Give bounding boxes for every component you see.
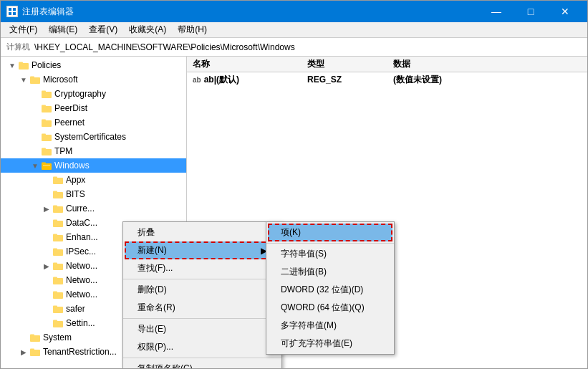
tree-item-label: Cryptography <box>54 89 106 99</box>
tree-item-cryptography[interactable]: Cryptography <box>1 87 186 101</box>
ctx-new[interactable]: 新建(N) ▶ <box>125 241 280 259</box>
tree-item-label: Netwo... <box>66 261 97 271</box>
tree-item-label: Netwo... <box>66 275 97 285</box>
tree-item-windows[interactable]: ▼ Windows <box>1 158 186 173</box>
svg-rect-4 <box>13 12 16 15</box>
folder-icon <box>41 88 52 100</box>
tree-item-bits[interactable]: BITS <box>1 187 186 201</box>
menu-favorites[interactable]: 收藏夹(A) <box>123 22 172 37</box>
expand-icon <box>29 117 41 128</box>
folder-icon <box>52 217 64 229</box>
expand-icon: ▼ <box>29 160 41 171</box>
value-icon: ab <box>193 76 201 84</box>
svg-rect-14 <box>42 120 46 122</box>
tree-item-microsoft[interactable]: ▼ Microsoft <box>1 72 186 87</box>
tree-item-peerdist[interactable]: PeerDist <box>1 101 186 115</box>
maximize-button[interactable]: □ <box>514 1 547 22</box>
col-header-name[interactable]: 名称 <box>190 58 304 70</box>
close-button[interactable]: ✕ <box>549 1 582 22</box>
title-controls: — □ ✕ <box>480 1 582 22</box>
folder-icon <box>29 332 41 343</box>
folder-icon <box>41 145 52 157</box>
svg-rect-25 <box>53 191 57 193</box>
submenu-expandstring[interactable]: 可扩充字符串值(E) <box>266 335 394 353</box>
menu-file[interactable]: 文件(F) <box>4 22 43 37</box>
address-bar: 计算机 \HKEY_LOCAL_MACHINE\SOFTWARE\Policie… <box>1 38 587 57</box>
tree-item-label: IPSec... <box>66 246 96 257</box>
svg-rect-45 <box>30 335 34 337</box>
menu-help[interactable]: 帮助(H) <box>172 22 213 37</box>
folder-icon <box>52 203 64 214</box>
detail-row[interactable]: ab ab|(默认) REG_SZ (数值未设置) <box>187 72 587 87</box>
expand-icon: ▼ <box>6 59 18 71</box>
ctx-copy-key-name[interactable]: 复制项名称(C) <box>123 360 281 368</box>
tree-item-label: Peernet <box>54 118 85 128</box>
svg-rect-43 <box>53 320 57 322</box>
folder-icon <box>52 174 64 186</box>
ctx-permissions[interactable]: 权限(P)... <box>123 338 281 356</box>
tree-item-peernet[interactable]: Peernet <box>1 115 186 130</box>
expand-icon: ▶ <box>41 203 52 214</box>
expand-icon: ▶ <box>18 346 29 358</box>
menu-bar: 文件(F) 编辑(E) 查看(V) 收藏夹(A) 帮助(H) <box>1 22 587 38</box>
svg-rect-16 <box>42 134 46 136</box>
svg-rect-31 <box>53 234 57 236</box>
folder-icon <box>52 260 64 272</box>
tree-item-label: DataC... <box>66 218 97 228</box>
ctx-export[interactable]: 导出(E) <box>123 320 281 338</box>
ctx-rename[interactable]: 重命名(R) <box>123 299 281 317</box>
svg-rect-41 <box>53 306 57 308</box>
submenu-qword[interactable]: QWORD (64 位值)(Q) <box>266 299 394 317</box>
new-submenu: 项(K) 字符串值(S) 二进制值(B) DWORD (32 位值)(D) QW… <box>266 221 395 355</box>
expand-icon <box>29 145 41 157</box>
svg-rect-6 <box>19 62 23 64</box>
svg-rect-12 <box>42 105 46 107</box>
folder-icon <box>52 231 64 243</box>
col-header-type[interactable]: 类型 <box>304 58 390 70</box>
tree-item-systemcertificates[interactable]: SystemCertificates <box>1 130 186 144</box>
tree-item-label: Policies <box>32 60 61 70</box>
tree-item-label: Settin... <box>66 318 95 328</box>
svg-rect-10 <box>42 91 46 93</box>
submenu-binary[interactable]: 二进制值(B) <box>266 263 394 281</box>
tree-item-currentversion[interactable]: ▶ Curre... <box>1 201 186 216</box>
folder-icon <box>52 289 64 300</box>
folder-icon <box>52 188 64 200</box>
address-path: \HKEY_LOCAL_MACHINE\SOFTWARE\Policies\Mi… <box>34 42 295 52</box>
expand-icon <box>41 317 52 329</box>
folder-icon <box>41 102 52 114</box>
submenu-string[interactable]: 字符串值(S) <box>266 245 394 263</box>
folder-icon <box>29 346 41 358</box>
tree-item-tpm[interactable]: TPM <box>1 144 186 158</box>
ctx-new-label: 新建(N) <box>138 244 167 257</box>
svg-rect-27 <box>53 206 57 208</box>
folder-icon-open <box>41 160 52 171</box>
tree-item-policies[interactable]: ▼ Policies <box>1 58 186 72</box>
title-bar: 注册表编辑器 — □ ✕ <box>1 1 587 22</box>
menu-edit[interactable]: 编辑(E) <box>43 22 83 37</box>
submenu-key[interactable]: 项(K) <box>268 224 392 241</box>
expand-icon <box>29 131 41 143</box>
tree-item-label: BITS <box>66 189 85 199</box>
ctx-find[interactable]: 查找(F)... <box>123 259 281 277</box>
tree-item-label: Appx <box>66 175 85 185</box>
svg-rect-3 <box>9 12 11 15</box>
svg-rect-35 <box>53 263 57 265</box>
menu-view[interactable]: 查看(V) <box>83 22 123 37</box>
folder-icon <box>41 117 52 128</box>
svg-rect-1 <box>9 8 11 11</box>
tree-item-appx[interactable]: Appx <box>1 173 186 187</box>
ctx-collapse[interactable]: 折叠 <box>123 224 281 241</box>
folder-icon <box>52 317 64 329</box>
submenu-multistring[interactable]: 多字符串值(M) <box>266 317 394 335</box>
ctx-delete[interactable]: 删除(D) <box>123 281 281 299</box>
expand-icon <box>29 102 41 114</box>
minimize-button[interactable]: — <box>480 1 513 22</box>
expand-icon <box>41 231 52 243</box>
svg-rect-21 <box>43 165 50 166</box>
expand-icon <box>18 332 29 343</box>
col-header-data[interactable]: 数据 <box>390 58 584 70</box>
svg-rect-23 <box>53 177 57 179</box>
value-type: REG_SZ <box>304 75 390 85</box>
submenu-dword[interactable]: DWORD (32 位值)(D) <box>266 281 394 299</box>
